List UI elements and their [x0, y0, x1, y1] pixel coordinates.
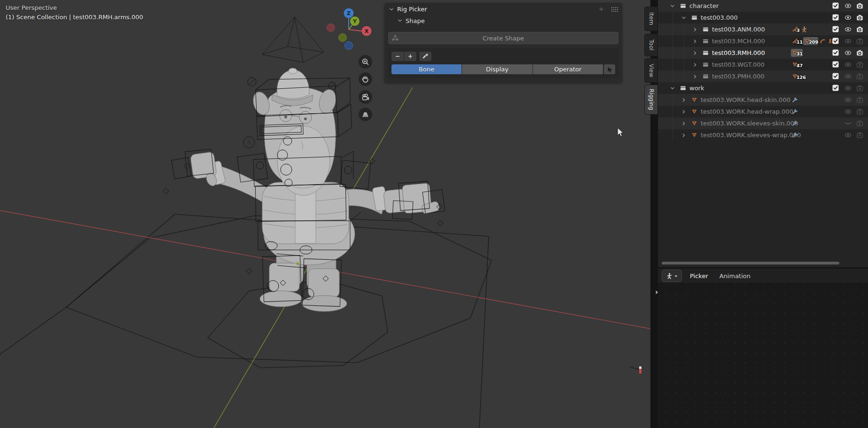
row-data-icons: [791, 117, 799, 129]
drag-handle-icon[interactable]: [611, 7, 618, 12]
outliner-row[interactable]: test003.PMH.000126: [658, 70, 868, 82]
row-data-icons: 126: [791, 70, 806, 82]
render-disabled-icon[interactable]: [856, 120, 863, 127]
mesh-object-icon: [690, 120, 698, 127]
chevron-right-icon[interactable]: [680, 109, 687, 115]
eye-icon[interactable]: [845, 38, 852, 45]
eye-icon[interactable]: [845, 96, 852, 103]
tab-picker[interactable]: Picker: [687, 272, 712, 280]
create-shape-button[interactable]: Create Shape: [388, 32, 618, 44]
chevron-right-icon[interactable]: [692, 39, 698, 44]
render-enabled-icon[interactable]: [856, 2, 863, 9]
pan-button[interactable]: [359, 72, 372, 86]
eye-icon[interactable]: [845, 14, 852, 21]
exclude-checkbox[interactable]: [832, 73, 839, 80]
tab-tool[interactable]: Tool: [644, 34, 657, 56]
perspective-toggle-button[interactable]: [359, 108, 372, 121]
rig-picker-header[interactable]: Rig Picker: [384, 3, 622, 16]
grid-perspective-icon: [361, 110, 369, 118]
chevron-down-icon[interactable]: [669, 3, 676, 9]
add-panel-icon[interactable]: [598, 6, 604, 12]
add-button[interactable]: [404, 52, 416, 61]
chevron-right-icon[interactable]: [680, 121, 687, 126]
collection-icon: [701, 49, 710, 57]
outliner-row[interactable]: test003.WGT.00047: [658, 59, 868, 70]
navigation-gizmo[interactable]: Z Y X: [326, 5, 373, 52]
outliner-item-label: test003.WORK.sleeves-skin.000: [701, 120, 798, 127]
tab-display[interactable]: Display: [462, 64, 532, 74]
badge: [800, 25, 808, 33]
tab-bone[interactable]: Bone: [391, 64, 461, 74]
tab-operator[interactable]: Operator: [533, 64, 603, 74]
eye-icon[interactable]: [845, 108, 852, 115]
eye-closed-icon[interactable]: [845, 120, 852, 127]
count-badge: 31: [797, 51, 803, 56]
eye-icon[interactable]: [845, 132, 852, 139]
chevron-right-icon[interactable]: [692, 50, 698, 56]
exclude-checkbox[interactable]: [832, 14, 839, 21]
render-enabled-icon[interactable]: [856, 26, 863, 33]
eye-icon[interactable]: [845, 26, 852, 33]
armature-icon: [800, 25, 808, 33]
chevron-right-icon[interactable]: [680, 132, 687, 138]
render-disabled-icon[interactable]: [856, 73, 863, 80]
eye-icon[interactable]: [845, 85, 852, 92]
outliner-row[interactable]: test003.WORK.head-wrap.000: [658, 106, 868, 117]
outliner-row[interactable]: test003.WORK.head-skin.000: [658, 94, 868, 106]
chevron-down-icon[interactable]: [680, 15, 687, 21]
outliner-row[interactable]: test003.000: [658, 12, 868, 23]
tab-view[interactable]: View: [644, 58, 657, 83]
outliner-row[interactable]: test003.WORK.sleeves-skin.000: [658, 117, 868, 129]
viewport-3d[interactable]: R User Perspective (1) Scene Collection …: [0, 0, 651, 428]
expand-region-arrow[interactable]: ›: [655, 288, 658, 296]
chevron-right-icon[interactable]: [692, 27, 698, 32]
eye-icon[interactable]: [845, 2, 852, 9]
zoom-button[interactable]: [359, 55, 372, 69]
mesh-object-icon: [690, 96, 698, 104]
render-disabled-icon[interactable]: [856, 85, 863, 92]
render-disabled-icon[interactable]: [856, 108, 863, 115]
chevron-right-icon[interactable]: [692, 62, 698, 68]
shape-subpanel-header[interactable]: Shape: [384, 16, 622, 26]
badge: 47: [791, 61, 803, 69]
outliner-item-label: test003.ANM.000: [712, 26, 765, 33]
outliner-horizontal-scrollbar[interactable]: [662, 262, 839, 265]
picker-canvas[interactable]: [658, 284, 868, 428]
render-disabled-icon[interactable]: [856, 61, 863, 68]
chevron-right-icon[interactable]: [692, 74, 698, 79]
wrench-icon: [791, 96, 799, 104]
render-enabled-icon[interactable]: [856, 49, 863, 56]
eye-icon[interactable]: [845, 73, 852, 80]
outliner-row[interactable]: character: [658, 0, 868, 12]
editor-type-button[interactable]: [662, 270, 682, 282]
badge: [819, 37, 827, 45]
outliner-row[interactable]: test003.WORK.sleeves-wrap.000: [658, 129, 868, 141]
eyedropper-button[interactable]: [419, 52, 431, 61]
tab-item[interactable]: Item: [644, 7, 657, 31]
tab-animation[interactable]: Animation: [716, 272, 754, 280]
exclude-checkbox[interactable]: [832, 85, 839, 92]
render-enabled-icon[interactable]: [856, 14, 863, 21]
remove-button[interactable]: [391, 52, 404, 61]
curve-icon: [819, 37, 827, 45]
exclude-checkbox[interactable]: [832, 38, 839, 45]
exclude-checkbox[interactable]: [832, 49, 839, 56]
eye-icon[interactable]: [845, 49, 852, 56]
exclude-checkbox[interactable]: [832, 2, 839, 9]
eye-icon[interactable]: [845, 61, 852, 68]
render-disabled-icon[interactable]: [856, 132, 863, 139]
render-disabled-icon[interactable]: [856, 38, 863, 45]
outliner-row[interactable]: test003.ANM.0003: [658, 23, 868, 35]
outliner-row[interactable]: test003.MCH.00011209: [658, 35, 868, 47]
render-disabled-icon[interactable]: [856, 96, 863, 103]
outliner-row[interactable]: work: [658, 82, 868, 94]
exclude-checkbox[interactable]: [832, 26, 839, 33]
chevron-right-icon[interactable]: [680, 97, 687, 103]
camera-view-button[interactable]: [359, 90, 372, 104]
badge: 3: [791, 25, 800, 33]
mode-menu-button[interactable]: [604, 64, 615, 74]
exclude-checkbox[interactable]: [832, 61, 839, 68]
chevron-down-icon[interactable]: [669, 86, 676, 91]
outliner-row[interactable]: test003.RMH.00031: [658, 47, 868, 59]
tab-rigging[interactable]: Rigging: [644, 85, 657, 115]
